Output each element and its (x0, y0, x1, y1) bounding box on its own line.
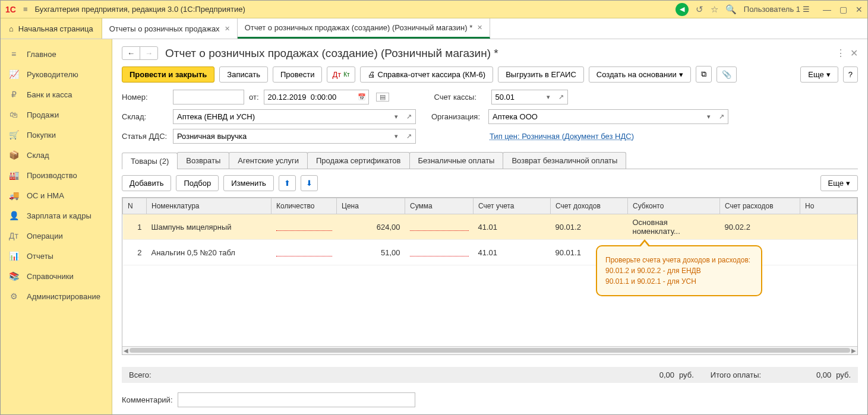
home-icon: ⌂ (9, 24, 14, 33)
search-icon[interactable]: 🔍 (725, 4, 737, 15)
col-acc[interactable]: Счет учета (474, 198, 551, 214)
cash-account-input[interactable] (491, 90, 542, 104)
create-based-button[interactable]: Создать на основании ▾ (589, 66, 691, 83)
calendar-icon[interactable]: 📅 (356, 90, 369, 104)
price-type-link[interactable]: Тип цен: Розничная (Документ без НДС) (490, 132, 634, 141)
notifications-icon[interactable]: ◀ (676, 3, 689, 16)
close-document-icon[interactable]: ✕ (850, 47, 858, 59)
post-and-close-button[interactable]: Провести и закрыть (122, 66, 214, 83)
scroll-right-icon[interactable]: ▶ (850, 347, 857, 355)
comment-input[interactable] (178, 392, 415, 407)
col-subconto[interactable]: Субконто (628, 198, 720, 214)
start-page-tab[interactable]: ⌂ Начальная страница (1, 18, 102, 39)
number-input[interactable] (173, 90, 244, 104)
col-expense[interactable]: Счет расходов (720, 198, 800, 214)
org-input[interactable] (488, 109, 702, 124)
chevron-down-icon[interactable]: ▾ (702, 109, 715, 124)
warehouse-input[interactable] (173, 109, 390, 124)
maximize-button[interactable]: ▢ (839, 5, 847, 14)
user-menu[interactable]: Пользователь 1 ☰ (744, 5, 810, 14)
comment-label: Комментарий: (122, 395, 173, 404)
tab-returns[interactable]: Возвраты (177, 152, 229, 169)
col-qty[interactable]: Количество (272, 198, 337, 214)
open-icon[interactable]: ↗ (403, 109, 416, 124)
app-title: Бухгалтерия предприятия, редакция 3.0 (1… (35, 5, 668, 14)
col-sum[interactable]: Сумма (405, 198, 474, 214)
sidebar-item-production[interactable]: 🏭Производство (1, 165, 112, 185)
forward-button[interactable]: → (140, 47, 157, 59)
cash-account-label: Счет кассы: (434, 93, 487, 102)
open-icon[interactable]: ↗ (715, 109, 728, 124)
chevron-down-icon[interactable]: ▾ (390, 109, 403, 124)
sidebar-item-hr[interactable]: 👤Зарплата и кадры (1, 205, 112, 226)
open-icon[interactable]: ↗ (403, 129, 416, 144)
col-nomenclature[interactable]: Номенклатура (147, 198, 272, 214)
sidebar-item-sales[interactable]: 🛍Продажи (1, 104, 112, 125)
scroll-left-icon[interactable]: ◀ (122, 347, 130, 355)
sum-cell[interactable] (410, 223, 469, 231)
attach-button[interactable]: 📎 (717, 66, 737, 83)
period-icon[interactable]: ▤ (376, 93, 389, 102)
sum-cell[interactable] (410, 248, 469, 256)
sidebar-item-main[interactable]: ≡Главное (1, 44, 112, 64)
open-icon[interactable]: ↗ (555, 90, 568, 104)
tab-agency[interactable]: Агентские услуги (229, 152, 308, 169)
cashier-report-button[interactable]: 🖨 Справка-отчет кассира (КМ-6) (360, 66, 494, 83)
minimize-button[interactable]: — (823, 5, 831, 14)
col-price[interactable]: Цена (337, 198, 405, 214)
tab-certificates[interactable]: Продажа сертификатов (307, 152, 410, 169)
chevron-down-icon[interactable]: ▾ (542, 90, 555, 104)
sidebar-item-operations[interactable]: ДтОперации (1, 226, 112, 246)
sidebar-item-reports[interactable]: 📊Отчеты (1, 246, 112, 266)
tab-cashless-return[interactable]: Возврат безналичной оплаты (503, 152, 626, 169)
post-button[interactable]: Провести (273, 66, 323, 83)
horizontal-scrollbar[interactable]: ◀ ▶ (122, 346, 857, 354)
more-actions-icon[interactable]: ⋮ (836, 47, 845, 59)
history-icon[interactable]: ↺ (696, 4, 703, 15)
close-icon[interactable]: ✕ (225, 25, 230, 33)
books-icon: 📚 (9, 271, 18, 281)
egais-button[interactable]: Выгрузить в ЕГАИС (498, 66, 584, 83)
sidebar-item-references[interactable]: 📚Справочники (1, 266, 112, 286)
col-n[interactable]: N (123, 198, 147, 214)
favorite-icon[interactable]: ☆ (711, 4, 718, 15)
close-icon[interactable]: ✕ (477, 24, 482, 31)
tab-report-list[interactable]: Отчеты о розничных продажах ✕ (102, 18, 238, 39)
help-button[interactable]: ? (843, 66, 858, 83)
sidebar-item-purchases[interactable]: 🛒Покупки (1, 125, 112, 145)
structure-button[interactable]: ⧉ (696, 66, 712, 83)
tab-goods[interactable]: Товары (2) (122, 153, 178, 169)
dds-input[interactable] (173, 129, 390, 144)
tab-cashless[interactable]: Безналичные оплаты (409, 152, 504, 169)
main-menu-icon[interactable]: ≡ (23, 5, 28, 14)
grid-more-button[interactable]: Еще ▾ (820, 175, 858, 191)
save-button[interactable]: Записать (219, 66, 268, 83)
back-button[interactable]: ← (122, 47, 140, 59)
move-down-button[interactable]: ⬇ (301, 175, 318, 191)
nav-arrows: ← → (122, 46, 158, 60)
chevron-down-icon[interactable]: ▾ (390, 129, 403, 144)
close-button[interactable]: ✕ (856, 5, 863, 14)
sidebar-item-bank[interactable]: ₽Банк и касса (1, 84, 112, 104)
add-row-button[interactable]: Добавить (122, 175, 171, 191)
pick-button[interactable]: Подбор (176, 175, 219, 191)
sidebar-item-director[interactable]: 📈Руководителю (1, 64, 112, 84)
dtkt-button[interactable]: ДтКт (327, 66, 355, 83)
factory-icon: 🏭 (9, 170, 18, 180)
box-icon: 📦 (9, 150, 18, 160)
scroll-thumb[interactable] (130, 348, 850, 353)
col-income[interactable]: Счет доходов (551, 198, 628, 214)
sidebar-item-warehouse[interactable]: 📦Склад (1, 145, 112, 165)
more-button[interactable]: Еще ▾ (800, 66, 838, 83)
sidebar-item-admin[interactable]: ⚙Администрирование (1, 286, 112, 306)
move-up-button[interactable]: ⬆ (279, 175, 296, 191)
sidebar-item-assets[interactable]: 🚚ОС и НМА (1, 185, 112, 205)
table-row[interactable]: 1 Шампунь мицелярный 624,00 41.01 90.01.… (123, 214, 857, 240)
tab-report-creation[interactable]: Отчет о розничных продажах (создание) (Р… (238, 18, 491, 39)
qty-cell[interactable] (276, 223, 332, 231)
qty-cell[interactable] (276, 248, 332, 256)
date-input[interactable] (264, 90, 356, 104)
number-label: Номер: (122, 93, 168, 102)
col-extra[interactable]: Но (800, 198, 857, 214)
edit-button[interactable]: Изменить (223, 175, 274, 191)
